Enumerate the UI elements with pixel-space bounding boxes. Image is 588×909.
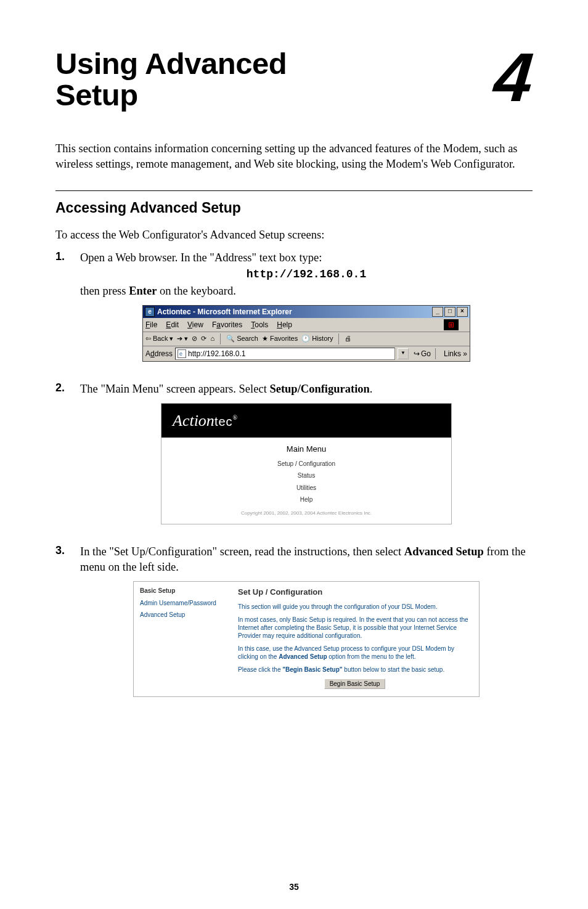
- step2-c: .: [370, 383, 373, 395]
- link-setup-configuration[interactable]: Setup / Configuration: [161, 460, 451, 468]
- back-arrow-icon: ⇦: [145, 334, 151, 343]
- toolbar-separator: [435, 348, 436, 359]
- chevron-right-icon: »: [463, 349, 467, 358]
- step-2: The "Main Menu" screen appears. Select S…: [55, 381, 533, 536]
- chapter-title-line2: Setup: [55, 78, 138, 112]
- sidebar-admin-user-pass[interactable]: Admin Username/Password: [140, 599, 229, 608]
- main-menu-area: Main Menu Setup / Configuration Status U…: [161, 438, 451, 524]
- menu-tools[interactable]: Tools: [251, 320, 268, 330]
- step1-post-b: Enter: [129, 285, 157, 297]
- ie-app-icon: e: [145, 307, 155, 317]
- step1-pre: Open a Web browser. In the "Address" tex…: [80, 251, 322, 264]
- favorites-icon: ★: [262, 334, 268, 343]
- step2-a: The "Main Menu" screen appears. Select: [80, 383, 269, 395]
- ie-flag-icon: [444, 319, 459, 330]
- step1-post-a: then press: [80, 285, 129, 297]
- home-icon: ⌂: [210, 334, 214, 343]
- address-input[interactable]: http://192.168.0.1: [175, 348, 395, 360]
- address-dropdown[interactable]: ▼: [398, 348, 409, 359]
- chevron-down-icon: ▾: [184, 334, 188, 343]
- go-button[interactable]: ↪Go: [414, 349, 431, 359]
- address-label: Address: [145, 349, 173, 359]
- copyright-text: Copyright 2001, 2002, 2003, 2004 Actiont…: [161, 510, 451, 521]
- step2-b: Setup/Configuration: [269, 383, 369, 395]
- page-number: 35: [0, 882, 588, 892]
- toolbar-separator: [338, 333, 339, 344]
- menu-edit[interactable]: Edit: [166, 320, 179, 330]
- go-icon: ↪: [414, 349, 420, 359]
- refresh-button[interactable]: ⟳: [201, 334, 206, 343]
- setup-configuration-figure: Basic Setup Admin Username/Password Adva…: [133, 581, 480, 697]
- cfg-paragraph-3: In this case, use the Advanced Setup pro…: [238, 645, 472, 661]
- ie-toolbar: ⇦Back ▾ ➔ ▾ ⊘ ⟳ ⌂ 🔍Search ★Favorites 🕐Hi…: [143, 332, 470, 346]
- page-icon: [178, 349, 186, 358]
- menu-help[interactable]: Help: [277, 320, 292, 330]
- search-button[interactable]: 🔍Search: [226, 334, 258, 343]
- home-button[interactable]: ⌂: [210, 334, 214, 343]
- section-heading: Accessing Advanced Setup: [55, 200, 533, 216]
- step3-a: In the "Set Up/Configuration" screen, re…: [80, 545, 404, 558]
- menu-favorites[interactable]: Favorites: [212, 320, 242, 330]
- link-status[interactable]: Status: [161, 471, 451, 480]
- link-help[interactable]: Help: [161, 495, 451, 504]
- ie-menubar: FFileile Edit View Favorites Tools Help: [143, 318, 470, 332]
- lead-text: To access the Web Configurator's Advance…: [55, 227, 533, 243]
- actiontec-main-menu-figure: Actiontec® Main Menu Setup / Configurati…: [161, 403, 452, 524]
- links-button[interactable]: Links »: [444, 349, 467, 359]
- toolbar-separator: [220, 333, 221, 344]
- chapter-number: 4: [492, 48, 536, 107]
- ie-titlebar: e Actiontec - Microsoft Internet Explore…: [143, 306, 470, 318]
- step1-code: http://192.168.0.1: [80, 267, 533, 282]
- forward-button[interactable]: ➔ ▾: [177, 334, 188, 343]
- link-utilities[interactable]: Utilities: [161, 484, 451, 492]
- actiontec-banner: Actiontec®: [161, 404, 451, 438]
- refresh-icon: ⟳: [201, 334, 206, 343]
- history-button[interactable]: 🕐History: [301, 334, 333, 343]
- cfg-paragraph-1: This section will guide you through the …: [238, 603, 472, 611]
- step-3: In the "Set Up/Configuration" screen, re…: [55, 544, 533, 708]
- forward-arrow-icon: ➔: [177, 334, 182, 343]
- chapter-title-line1: Using Advanced: [55, 47, 287, 80]
- main-menu-title: Main Menu: [161, 444, 451, 455]
- search-icon: 🔍: [226, 334, 235, 343]
- step3-b: Advanced Setup: [404, 545, 484, 558]
- print-button[interactable]: 🖨: [345, 334, 351, 343]
- stop-icon: ⊘: [192, 334, 197, 343]
- favorites-button[interactable]: ★Favorites: [262, 334, 298, 343]
- intro-paragraph: This section contains information concer…: [55, 141, 533, 172]
- minimize-button[interactable]: _: [432, 307, 443, 317]
- ie-browser-figure: e Actiontec - Microsoft Internet Explore…: [142, 305, 470, 362]
- cfg-title: Set Up / Configuration: [238, 587, 472, 598]
- stop-button[interactable]: ⊘: [192, 334, 197, 343]
- chapter-title: Using Advanced Setup: [55, 48, 287, 112]
- address-url: http://192.168.0.1: [188, 349, 245, 359]
- print-icon: 🖨: [345, 334, 351, 343]
- section-rule: [55, 190, 533, 191]
- actiontec-logo: Actiontec®: [173, 412, 237, 430]
- close-button[interactable]: ×: [457, 307, 468, 317]
- maximize-button[interactable]: □: [444, 307, 455, 317]
- step1-post-c: on the keyboard.: [157, 285, 235, 297]
- sidebar-advanced-setup[interactable]: Advanced Setup: [140, 611, 229, 619]
- ie-window-title: Actiontec - Microsoft Internet Explorer: [157, 307, 431, 317]
- begin-basic-setup-button[interactable]: Begin Basic Setup: [324, 679, 386, 690]
- cfg-sidebar: Basic Setup Admin Username/Password Adva…: [134, 582, 235, 696]
- chapter-header: Using Advanced Setup 4: [55, 48, 533, 112]
- history-icon: 🕐: [301, 334, 310, 343]
- menu-view[interactable]: View: [187, 320, 203, 330]
- cfg-main-panel: Set Up / Configuration This section will…: [235, 582, 479, 696]
- ie-addressbar: Address http://192.168.0.1 ▼ ↪Go Links »: [143, 346, 470, 361]
- menu-file[interactable]: FFileile: [145, 320, 157, 330]
- cfg-paragraph-4: Please click the "Begin Basic Setup" but…: [238, 666, 472, 674]
- back-button[interactable]: ⇦Back ▾: [145, 334, 173, 343]
- cfg-paragraph-2: In most cases, only Basic Setup is requi…: [238, 616, 472, 640]
- step-1: Open a Web browser. In the "Address" tex…: [55, 250, 533, 373]
- chevron-down-icon: ▾: [169, 334, 173, 343]
- sidebar-basic-setup[interactable]: Basic Setup: [140, 587, 229, 595]
